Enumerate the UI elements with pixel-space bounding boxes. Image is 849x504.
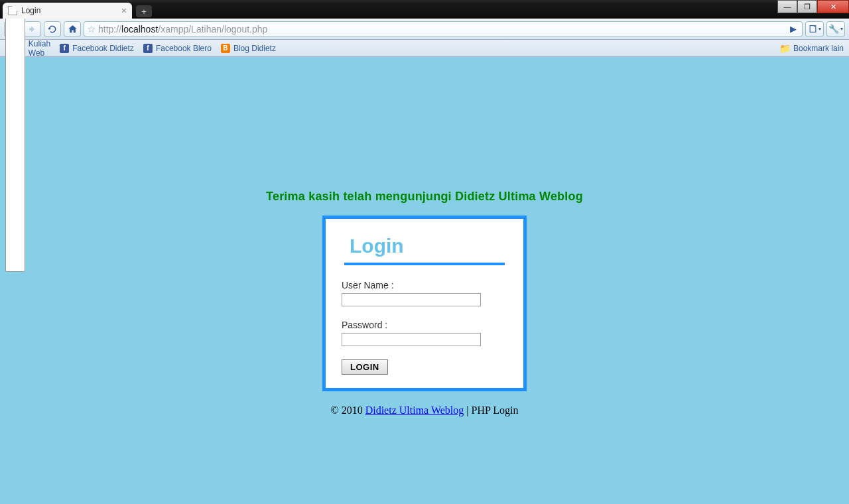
browser-tab[interactable]: Login × — [3, 3, 132, 19]
facebook-icon: f — [60, 44, 69, 53]
blogger-icon: B — [221, 44, 230, 53]
tab-title: Login — [21, 6, 40, 15]
folder-icon: 📁 — [781, 44, 790, 53]
nav-bar: ☆ http://localhost/xampp/Latihan/logout.… — [0, 19, 849, 40]
footer: © 2010 Didietz Ultima Weblog | PHP Login — [331, 405, 519, 416]
url-path: /xampp/Latihan/logout.php — [158, 24, 267, 34]
footer-suffix: | PHP Login — [464, 405, 518, 416]
username-label: User Name : — [342, 280, 507, 290]
minimize-button[interactable]: — — [777, 0, 797, 13]
maximize-button[interactable]: ❐ — [797, 0, 817, 13]
page-icon — [8, 6, 17, 15]
home-button[interactable] — [64, 21, 81, 37]
facebook-icon: f — [143, 44, 153, 53]
thank-you-heading: Terima kasih telah mengunjungi Didietz U… — [266, 190, 583, 204]
page-icon — [5, 0, 25, 272]
bookmark-label: Blog Didietz — [233, 44, 276, 53]
go-button[interactable]: ▶ — [787, 24, 799, 34]
password-input[interactable] — [342, 333, 481, 346]
bookmark-item[interactable]: Kuliah Web — [5, 0, 50, 272]
bookmark-label: Kuliah Web — [29, 39, 50, 58]
page-menu-button[interactable]: ▾ — [805, 21, 824, 37]
bookmark-item[interactable]: B Blog Didietz — [221, 44, 276, 53]
bookmark-item[interactable]: f Facebook Didietz — [60, 44, 134, 53]
close-tab-icon[interactable]: × — [121, 5, 127, 16]
password-label: Password : — [342, 320, 507, 330]
close-window-button[interactable]: ✕ — [817, 0, 849, 13]
login-title: Login — [350, 235, 507, 257]
login-button[interactable]: LOGIN — [342, 359, 388, 375]
address-bar[interactable]: ☆ http://localhost/xampp/Latihan/logout.… — [84, 21, 803, 37]
login-form: Login User Name : Password : LOGIN — [322, 216, 527, 391]
tab-strip: Login × + — ❐ ✕ — [0, 0, 849, 19]
bookmark-label: Facebook Blero — [156, 44, 212, 53]
dropdown-caret-icon: ▾ — [818, 26, 821, 32]
url-text[interactable]: http://localhost/xampp/Latihan/logout.ph… — [98, 24, 785, 34]
bookmark-item[interactable]: f Facebook Blero — [143, 44, 212, 53]
username-input[interactable] — [342, 293, 481, 306]
dropdown-caret-icon: ▾ — [840, 26, 843, 32]
settings-button[interactable]: 🔧 ▾ — [826, 21, 845, 37]
other-bookmarks-label: Bookmark lain — [793, 44, 844, 53]
divider — [344, 263, 505, 265]
footer-prefix: © 2010 — [331, 405, 365, 416]
window-controls: — ❐ ✕ — [777, 0, 849, 13]
wrench-icon: 🔧 — [828, 24, 839, 34]
other-bookmarks[interactable]: 📁 Bookmark lain — [781, 44, 844, 53]
new-tab-button[interactable]: + — [136, 5, 152, 17]
browser-chrome: Login × + — ❐ ✕ ☆ http://localhost/xampp… — [0, 0, 849, 57]
page-body: Terima kasih telah mengunjungi Didietz U… — [0, 57, 849, 504]
bookmark-star-icon[interactable]: ☆ — [87, 23, 96, 35]
url-scheme: http:// — [98, 24, 121, 34]
bookmarks-bar: Kuliah Web f Facebook Didietz f Facebook… — [0, 40, 849, 57]
page-menu-icon — [809, 25, 817, 33]
bookmark-label: Facebook Didietz — [72, 44, 134, 53]
home-icon — [68, 24, 78, 34]
footer-link[interactable]: Didietz Ultima Weblog — [365, 405, 464, 416]
url-host: localhost — [121, 24, 158, 34]
